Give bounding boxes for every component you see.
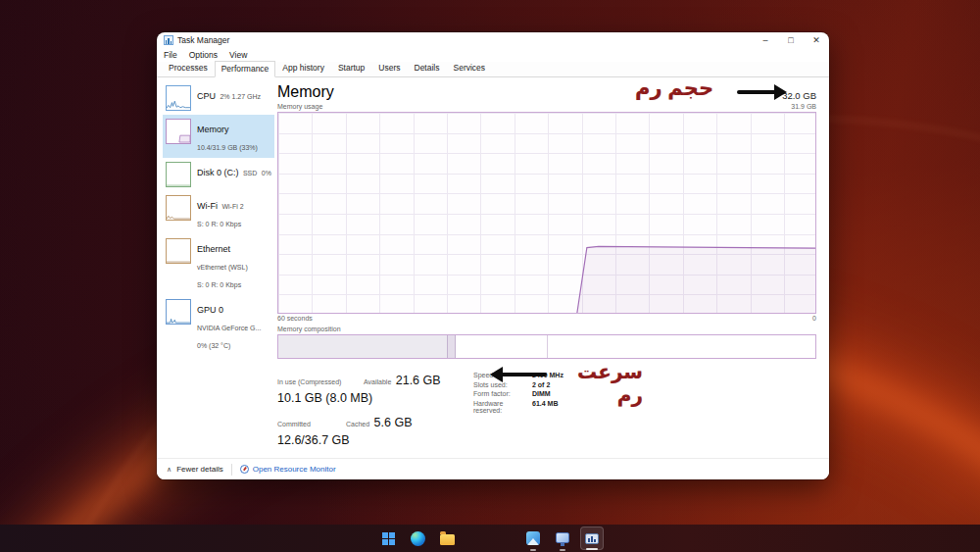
- sidebar-disk-value: 0%: [262, 170, 271, 176]
- file-explorer-button[interactable]: [435, 527, 459, 550]
- photos-icon: [526, 531, 540, 545]
- gpu-minigraph-icon: [166, 299, 191, 325]
- close-button[interactable]: ✕: [804, 32, 829, 48]
- tab-startup[interactable]: Startup: [331, 60, 371, 76]
- performance-pane: CPU 2% 1.27 GHz Memory 10.4/31.9 GB (33%…: [157, 77, 829, 458]
- committed-label: Committed: [277, 421, 311, 427]
- memory-usage-area: [278, 113, 815, 313]
- tab-strip: Processes Performance App history Startu…: [157, 62, 829, 77]
- sidebar-item-disk[interactable]: Disk 0 (C:) SSD 0%: [163, 158, 274, 191]
- sidebar-gpu-label: GPU 0: [197, 305, 223, 315]
- menu-view[interactable]: View: [224, 50, 252, 60]
- sidebar-disk-type: SSD: [243, 170, 257, 176]
- composition-modified-segment: [448, 335, 457, 358]
- sidebar-item-cpu[interactable]: CPU 2% 1.27 GHz: [163, 81, 274, 115]
- hardware-reserved-label: Hardware reserved:: [473, 400, 532, 414]
- available-value: 21.6 GB: [396, 374, 441, 387]
- task-manager-icon: [585, 533, 599, 544]
- window-title: Task Manager: [177, 35, 229, 45]
- tab-app-history[interactable]: App history: [275, 60, 331, 76]
- sidebar-item-ethernet[interactable]: Ethernet vEthernet (WSL) S: 0 R: 0 Kbps: [163, 234, 274, 295]
- sidebar-item-gpu[interactable]: GPU 0 NVIDIA GeForce G... 0% (32 °C): [163, 295, 274, 356]
- ram-speed-annotation: سرعت رم: [555, 360, 643, 407]
- wifi-minigraph-icon: [166, 195, 191, 221]
- taskbar-spacer: [462, 538, 518, 539]
- task-manager-taskbar-button[interactable]: [580, 527, 604, 550]
- titlebar[interactable]: Task Manager – □ ✕: [157, 32, 829, 48]
- sidebar-ethernet-value: S: 0 R: 0 Kbps: [197, 281, 241, 288]
- menu-file[interactable]: File: [159, 50, 182, 60]
- sidebar-memory-value: 10.4/31.9 GB (33%): [197, 144, 258, 151]
- desktop: Task Manager – □ ✕ File Options View Pro…: [0, 0, 980, 552]
- form-factor-label: Form factor:: [473, 390, 532, 397]
- memory-total-capacity: 32.0 GB: [782, 90, 816, 101]
- folder-icon: [440, 534, 455, 545]
- tab-performance[interactable]: Performance: [215, 61, 276, 77]
- menu-bar: File Options View: [157, 48, 829, 62]
- committed-value: 12.6/36.7 GB: [277, 433, 350, 447]
- memory-detail-pane: Memory 32.0 GB Memory usage 31.9 GB 60 s…: [277, 77, 816, 479]
- sidebar-disk-label: Disk 0 (C:): [197, 168, 239, 177]
- sidebar-cpu-value: 2% 1.27 GHz: [220, 93, 261, 100]
- sidebar-gpu-value: 0% (32 °C): [197, 342, 230, 349]
- tab-users[interactable]: Users: [371, 60, 407, 76]
- tab-services[interactable]: Services: [446, 60, 492, 76]
- photos-app-button[interactable]: [521, 527, 545, 550]
- memory-page-title: Memory: [277, 83, 334, 101]
- cached-value: 5.6 GB: [374, 416, 413, 429]
- slots-used-label: Slots used:: [473, 381, 532, 388]
- composition-in-use-segment: [278, 335, 448, 358]
- sidebar-item-memory[interactable]: Memory 10.4/31.9 GB (33%): [163, 115, 274, 158]
- fewer-details-button[interactable]: Fewer details: [176, 465, 223, 474]
- edge-browser-button[interactable]: [406, 527, 429, 550]
- sidebar-wifi-name: Wi-Fi 2: [221, 203, 243, 210]
- resource-monitor-icon: [240, 465, 249, 474]
- cpu-minigraph-icon: [166, 85, 191, 111]
- sidebar-ethernet-label: Ethernet: [197, 244, 230, 254]
- chevron-up-icon: ∧: [167, 466, 172, 474]
- footer-divider: [231, 464, 232, 476]
- sidebar-gpu-name: NVIDIA GeForce G...: [197, 325, 261, 331]
- this-pc-button[interactable]: [551, 527, 574, 550]
- menu-options[interactable]: Options: [184, 50, 222, 60]
- minimize-button[interactable]: –: [753, 32, 778, 48]
- memory-graph-max-label: 31.9 GB: [791, 103, 816, 110]
- windows-logo-icon: [382, 532, 395, 545]
- memory-minigraph-icon: [166, 119, 191, 144]
- cached-label: Cached: [346, 421, 369, 427]
- performance-sidebar: CPU 2% 1.27 GHz Memory 10.4/31.9 GB (33%…: [157, 77, 274, 458]
- form-factor-value: DIMM: [532, 390, 551, 397]
- maximize-button[interactable]: □: [778, 32, 804, 48]
- sidebar-memory-label: Memory: [197, 125, 229, 134]
- graph-x-left-label: 60 seconds: [277, 315, 313, 322]
- sidebar-wifi-label: Wi-Fi: [197, 201, 218, 211]
- slots-used-value: 2 of 2: [532, 381, 550, 388]
- composition-standby-divider: [547, 335, 548, 358]
- memory-composition-bar: [277, 334, 816, 359]
- sidebar-item-wifi[interactable]: Wi-Fi Wi-Fi 2 S: 0 R: 0 Kbps: [163, 191, 274, 234]
- monitor-icon: [556, 532, 569, 543]
- taskbar: [0, 525, 980, 552]
- open-resource-monitor-link[interactable]: Open Resource Monitor: [253, 465, 336, 474]
- disk-minigraph-icon: [166, 162, 191, 187]
- available-label: Available: [364, 378, 391, 385]
- ethernet-minigraph-icon: [166, 238, 191, 264]
- edge-icon: [411, 531, 425, 546]
- ram-size-annotation: حجم رم: [635, 76, 733, 100]
- in-use-value: 10.1 GB (8.0 MB): [277, 391, 372, 405]
- tab-details[interactable]: Details: [408, 60, 447, 76]
- in-use-label: In use (Compressed): [277, 378, 341, 385]
- sidebar-cpu-label: CPU: [197, 91, 216, 101]
- status-bar: ∧ Fewer details Open Resource Monitor: [157, 458, 829, 479]
- memory-usage-graph: [277, 112, 816, 314]
- sidebar-ethernet-name: vEthernet (WSL): [197, 264, 248, 271]
- memory-usage-label: Memory usage: [277, 103, 322, 110]
- sidebar-wifi-value: S: 0 R: 0 Kbps: [197, 221, 241, 227]
- graph-x-right-label: 0: [812, 315, 816, 322]
- task-manager-app-icon: [164, 35, 173, 45]
- memory-composition-label: Memory composition: [277, 326, 816, 332]
- start-button[interactable]: [376, 527, 400, 550]
- tab-processes[interactable]: Processes: [162, 60, 215, 76]
